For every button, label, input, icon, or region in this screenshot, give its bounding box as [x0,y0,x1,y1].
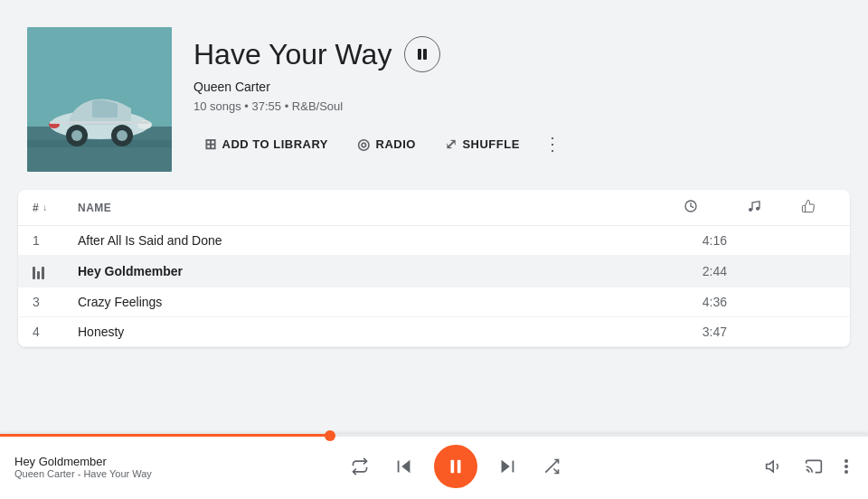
next-button[interactable] [492,451,523,482]
col-header-music [727,199,781,216]
col-header-thumbs [781,199,835,216]
album-art-image [27,27,172,172]
cast-icon [805,457,823,475]
volume-button[interactable] [760,452,788,481]
track-duration: 3:47 [655,325,727,339]
track-number: 4 [33,325,78,339]
playing-bars [33,263,44,279]
album-info: Have Your Way Queen Carter 10 songs • 37… [193,27,841,158]
sort-icon: ↓ [42,202,48,212]
svg-point-7 [117,130,127,141]
svg-point-14 [749,208,752,212]
svg-point-27 [844,465,848,468]
track-name: Honesty [78,325,655,339]
repeat-button[interactable] [345,452,374,481]
add-to-library-label: ADD TO LIBRARY [222,137,329,151]
svg-point-15 [756,207,760,211]
radio-icon: ◎ [357,136,371,153]
add-library-icon: ⊞ [204,136,217,153]
track-name: After All Is Said and Done [78,233,655,248]
track-duration: 4:16 [655,233,727,248]
shuffle-label: SHUFFLE [462,137,519,151]
bar3 [42,267,44,279]
previous-icon [394,457,414,476]
track-number: 1 [33,233,78,248]
svg-rect-19 [458,460,461,474]
table-row[interactable]: Hey Goldmember 2:44 [18,256,850,287]
progress-dot [325,430,335,441]
svg-marker-20 [502,460,510,474]
col-header-num: # ↓ [33,202,78,214]
play-pause-button[interactable] [434,445,477,488]
radio-button[interactable]: ◎ RADIO [346,130,427,158]
svg-rect-12 [423,49,427,60]
shuffle-icon: ⤢ [445,136,458,153]
col-header-name: NAME [78,202,655,214]
col-header-duration [655,199,727,216]
thumbs-icon [801,199,816,213]
track-name-active: Hey Goldmember [78,264,655,278]
album-meta: 10 songs • 37:55 • R&B/Soul [193,99,841,113]
music-note-icon [747,199,761,213]
track-name: Crazy Feelings [78,295,655,309]
player-controls [166,445,745,488]
bar1 [33,267,35,279]
track-number-playing [33,263,78,279]
svg-rect-11 [418,49,421,60]
more-options-button[interactable]: ⋮ [538,129,567,158]
track-list-container: # ↓ NAME 1 After All Is [18,190,850,347]
player-track-sub: Queen Carter - Have Your Way [14,468,152,479]
add-to-library-button[interactable]: ⊞ ADD TO LIBRARY [193,130,339,158]
player-bar: Hey Goldmember Queen Carter - Have Your … [0,434,868,499]
album-art [27,27,172,172]
pause-icon [415,47,429,61]
table-row[interactable]: 1 After All Is Said and Done 4:16 [18,226,850,256]
volume-icon [765,457,783,475]
album-header: Have Your Way Queen Carter 10 songs • 37… [0,0,868,190]
svg-rect-18 [450,460,454,474]
repeat-icon [351,457,369,475]
album-art-svg [27,27,172,172]
svg-point-5 [71,130,82,141]
pause-main-icon [446,457,466,476]
svg-marker-16 [401,460,410,474]
more-vertical-icon [844,457,848,475]
progress-bar-fill [0,434,330,437]
previous-button[interactable] [389,451,420,482]
svg-point-28 [844,470,848,474]
player-right-controls [745,452,868,481]
bar2 [37,271,40,279]
album-actions: ⊞ ADD TO LIBRARY ◎ RADIO ⤢ SHUFFLE ⋮ [193,129,841,158]
svg-marker-24 [767,461,774,472]
svg-point-26 [844,459,848,463]
radio-label: RADIO [376,137,416,151]
track-duration: 4:36 [655,295,727,309]
svg-rect-2 [27,140,172,147]
player-track-name: Hey Goldmember [14,455,152,468]
num-label: # [33,202,39,214]
album-pause-button[interactable] [404,36,440,72]
track-list-header: # ↓ NAME [18,190,850,226]
album-artist: Queen Carter [193,80,841,94]
album-title-text: Have Your Way [193,38,392,71]
track-duration-active: 2:44 [655,264,727,278]
next-icon [497,457,517,476]
shuffle-button[interactable]: ⤢ SHUFFLE [434,130,531,158]
table-row[interactable]: 3 Crazy Feelings 4:36 [18,287,850,317]
table-row[interactable]: 4 Honesty 3:47 [18,317,850,347]
progress-bar-container[interactable] [0,434,868,437]
shuffle-player-button[interactable] [537,452,566,481]
svg-rect-10 [50,121,149,124]
cast-button[interactable] [799,452,828,481]
shuffle-player-icon [542,457,561,475]
clock-icon [684,199,698,213]
player-track-info: Hey Goldmember Queen Carter - Have Your … [0,455,166,479]
track-number: 3 [33,295,78,309]
more-player-button[interactable] [839,452,854,481]
album-title-row: Have Your Way [193,36,841,72]
